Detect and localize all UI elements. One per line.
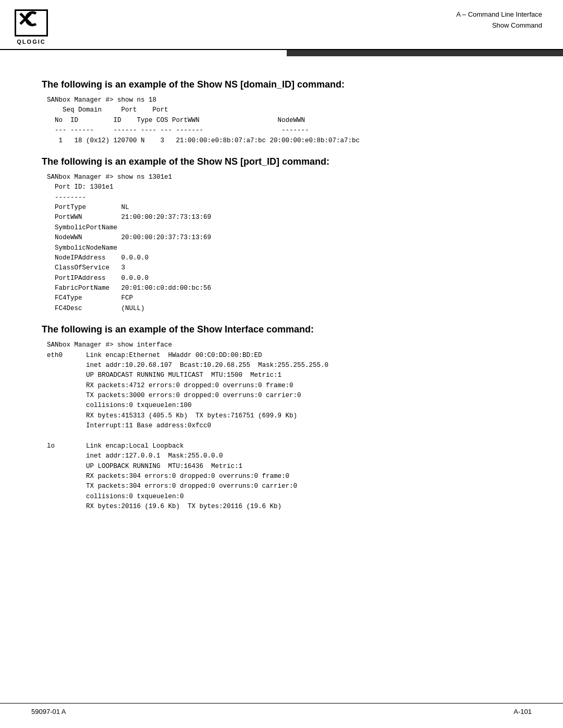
code-block-1: SANbox Manager #> show ns 18 Seq Domain …	[47, 95, 532, 146]
section-title: Show Command	[456, 20, 542, 31]
page-header: QLOGIC A – Command Line Interface Show C…	[0, 0, 563, 50]
chapter-title: A – Command Line Interface	[456, 9, 542, 20]
page-footer: 59097-01 A A-101	[0, 703, 563, 715]
section-show-ns-port: The following is an example of the Show …	[42, 156, 532, 314]
logo-box	[15, 9, 48, 36]
logo-area: QLOGIC	[15, 9, 48, 45]
section-heading-3: The following is an example of the Show …	[42, 324, 532, 335]
section-heading-1: The following is an example of the Show …	[42, 79, 532, 90]
code-block-3: SANbox Manager #> show interface eth0 Li…	[47, 340, 532, 512]
section-heading-2: The following is an example of the Show …	[42, 156, 532, 167]
code-block-2: SANbox Manager #> show ns 1301e1 Port ID…	[47, 172, 532, 314]
main-content: The following is an example of the Show …	[0, 56, 563, 554]
brand-name: QLOGIC	[17, 39, 45, 45]
dark-bar-decoration	[287, 50, 563, 56]
footer-right: A-101	[513, 708, 532, 715]
footer-left: 59097-01 A	[31, 708, 66, 715]
section-show-ns-domain: The following is an example of the Show …	[42, 79, 532, 146]
section-show-interface: The following is an example of the Show …	[42, 324, 532, 512]
header-right: A – Command Line Interface Show Command	[456, 9, 542, 31]
